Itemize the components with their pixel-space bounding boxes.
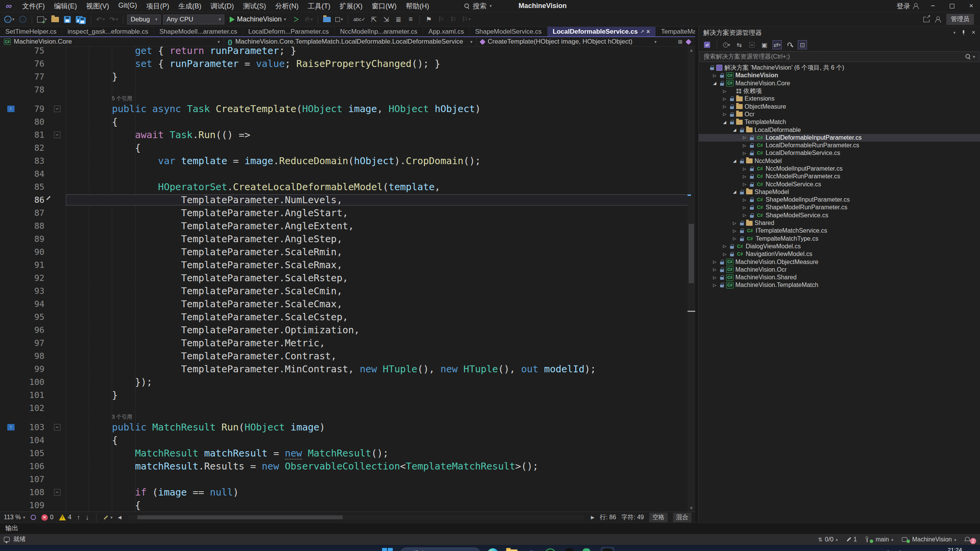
pending-edits-indicator[interactable]: 1 <box>846 536 857 543</box>
code-line[interactable]: 108− if (image == null) <box>0 486 695 499</box>
start-debugging-button[interactable]: MachineVision ▾ <box>227 14 289 25</box>
collapsed-arrow-icon[interactable]: ▷ <box>742 197 748 202</box>
code-line[interactable]: 109 { <box>0 499 695 512</box>
start-without-debugging-button[interactable] <box>291 14 301 25</box>
output-panel-tab[interactable]: 输出 <box>0 523 980 533</box>
code-line[interactable]: 106 matchResult.Results = new Observable… <box>0 460 695 473</box>
new-project-button[interactable]: ▾ <box>36 14 48 25</box>
tree-item[interactable]: ▷Shared <box>699 219 980 227</box>
collapsed-arrow-icon[interactable]: ▷ <box>742 166 748 171</box>
share-icon[interactable] <box>923 17 929 22</box>
horizontal-scrollbar[interactable] <box>128 515 584 520</box>
collapsed-arrow-icon[interactable]: ▷ <box>732 228 738 233</box>
edge-taskbar-icon[interactable] <box>486 547 500 551</box>
menu-item[interactable]: 调试(D) <box>206 0 238 12</box>
fold-collapse-icon[interactable]: − <box>54 424 60 430</box>
tree-item[interactable]: ▷C#MachineVision.ObjectMeasure <box>699 258 980 266</box>
collapsed-arrow-icon[interactable]: ▷ <box>722 104 728 109</box>
collapsed-arrow-icon[interactable]: ▷ <box>732 236 738 241</box>
code-line[interactable]: 77 } <box>0 70 695 83</box>
code-line[interactable]: 92 TemplateParameter.ScaleRstep, <box>0 271 695 284</box>
undo-button[interactable]: ↶▾ <box>95 14 106 25</box>
menu-item[interactable]: 项目(P) <box>142 0 174 12</box>
menu-item[interactable]: 编辑(E) <box>49 0 82 12</box>
close-tab-icon[interactable]: × <box>646 28 650 35</box>
indent-increase-button[interactable]: ≡ <box>406 14 416 25</box>
scroll-right-icon[interactable]: ▶ <box>591 515 594 520</box>
pin-tab-icon[interactable]: ⊺ <box>639 29 645 34</box>
whitespace-indicator[interactable]: 空格 <box>649 513 668 522</box>
solution-explorer-search-box[interactable]: 搜索解决方案资源管理器(Ctrl+;) ▾ <box>699 51 979 62</box>
tab[interactable]: NccModelInp...arameter.cs <box>335 27 423 36</box>
collapsed-arrow-icon[interactable]: ▷ <box>742 174 748 179</box>
breadcrumb-type-dropdown[interactable]: {} MachineVision.Core.TemplateMatch.Loca… <box>224 37 477 46</box>
collapsed-arrow-icon[interactable]: ▷ <box>742 205 748 210</box>
taskbar-search-box[interactable]: 搜索 <box>400 548 480 551</box>
fold-collapse-icon[interactable]: − <box>54 132 60 138</box>
solution-platform-dropdown[interactable]: Any CPU ▾ <box>163 15 224 24</box>
properties-icon[interactable] <box>785 40 794 49</box>
breadcrumb-member-dropdown[interactable]: CreateTemplate(HObject image, HObject hO… <box>477 37 660 46</box>
tree-item[interactable]: ▷C#NavigationViewModel.cs <box>699 250 980 258</box>
tab[interactable]: SetTimeHelper.cs <box>0 27 62 36</box>
tab[interactable]: App.xaml.cs <box>423 27 470 36</box>
collapsed-arrow-icon[interactable]: ▷ <box>712 283 718 288</box>
collapsed-arrow-icon[interactable]: ▷ <box>732 221 738 226</box>
tree-item[interactable]: ▷C#ShapeModelService.cs <box>699 212 980 219</box>
collapsed-arrow-icon[interactable]: ▷ <box>742 143 748 148</box>
fold-collapse-icon[interactable]: − <box>54 489 60 496</box>
select-pointer-button[interactable]: ⇱ <box>369 14 379 25</box>
code-line[interactable]: 86 TemplateParameter.NumLevels, <box>0 193 695 206</box>
toggle-bookmark-button[interactable]: ⚑ <box>424 14 434 25</box>
codelens-margin-icon[interactable]: ↑ <box>7 424 15 430</box>
tree-item[interactable]: ◢NccModel <box>699 157 980 165</box>
expanded-arrow-icon[interactable]: ◢ <box>732 127 738 132</box>
code-line[interactable]: 78 <box>0 83 695 96</box>
collapsed-arrow-icon[interactable]: ▷ <box>722 244 728 249</box>
title-search-box[interactable]: 搜索 ▾ <box>464 2 492 11</box>
tree-item[interactable]: ▷C#ITemplateMatchService.cs <box>699 227 980 235</box>
tree-item[interactable]: 解决方案 'MachineVision' (6 个项目, 共 6 个) <box>699 64 980 72</box>
menu-item[interactable]: 帮助(H) <box>401 0 434 12</box>
scrollbar-thumb[interactable] <box>689 224 694 283</box>
collapsed-arrow-icon[interactable]: ▷ <box>712 259 718 264</box>
tree-item[interactable]: ▷C#ShapeModelInputParameter.cs <box>699 196 980 204</box>
collapsed-arrow-icon[interactable]: ▷ <box>712 73 718 78</box>
menu-item[interactable]: Git(G) <box>114 0 142 12</box>
navigate-forward-button[interactable]: ← <box>18 14 28 25</box>
tree-item[interactable]: ▷C#NccModelService.cs <box>699 180 980 188</box>
start-button[interactable] <box>381 547 395 551</box>
code-editor[interactable]: 75 get { return runParameter; }76 set { … <box>0 47 695 512</box>
code-line[interactable]: 80 { <box>0 115 695 128</box>
code-line[interactable]: 93 TemplateParameter.ScaleCmin, <box>0 284 695 297</box>
open-file-button[interactable] <box>50 14 60 25</box>
tree-item[interactable]: ◢ShapeModel <box>699 188 980 196</box>
code-line[interactable]: 97 TemplateParameter.Metric, <box>0 336 695 349</box>
code-line[interactable]: 85 HOperatorSet.CreateLocalDeformableMod… <box>0 180 695 193</box>
clock[interactable]: 21:24 2024/4/13 <box>936 546 962 551</box>
wechat-taskbar-icon[interactable] <box>581 547 595 551</box>
tree-item[interactable]: ◢LocalDeformable <box>699 126 980 134</box>
code-line[interactable]: 81− await Task.Run(() => <box>0 128 695 141</box>
codelens-health-icon[interactable] <box>31 515 36 520</box>
preview-selected-items-icon[interactable]: ⊡ <box>798 40 807 49</box>
tree-item[interactable]: ▷ObjectMeasure <box>699 103 980 110</box>
next-issue-icon[interactable]: ↓ <box>86 514 89 522</box>
expanded-arrow-icon[interactable]: ◢ <box>732 189 738 194</box>
code-line[interactable]: 100 }); <box>0 375 695 388</box>
menu-item[interactable]: 分析(N) <box>271 0 303 12</box>
fold-collapse-icon[interactable]: − <box>54 106 60 112</box>
code-cleanup-icon[interactable] <box>686 39 692 45</box>
code-line[interactable]: 105 MatchResult matchResult = new MatchR… <box>0 447 695 460</box>
save-button[interactable] <box>62 14 72 25</box>
breadcrumb-project-dropdown[interactable]: C# MachineVision.Core ▾ <box>0 37 224 46</box>
code-line[interactable]: 90 TemplateParameter.ScaleRmin, <box>0 245 695 258</box>
code-line[interactable]: 84 <box>0 167 695 180</box>
halcon-taskbar-icon[interactable] <box>543 547 557 551</box>
code-line[interactable]: ↑103− public MatchResult Run(HObject ima… <box>0 421 695 434</box>
code-line[interactable]: 95 TemplateParameter.ScaleCstep, <box>0 310 695 323</box>
tree-item[interactable]: ◢TemplateMatch <box>699 118 980 126</box>
code-cleanup-button[interactable]: ▾ <box>103 515 113 520</box>
tree-item[interactable]: ▷Extensions <box>699 95 980 103</box>
tree-item[interactable]: ▷C#MachineVision.TemplateMatch <box>699 281 980 289</box>
